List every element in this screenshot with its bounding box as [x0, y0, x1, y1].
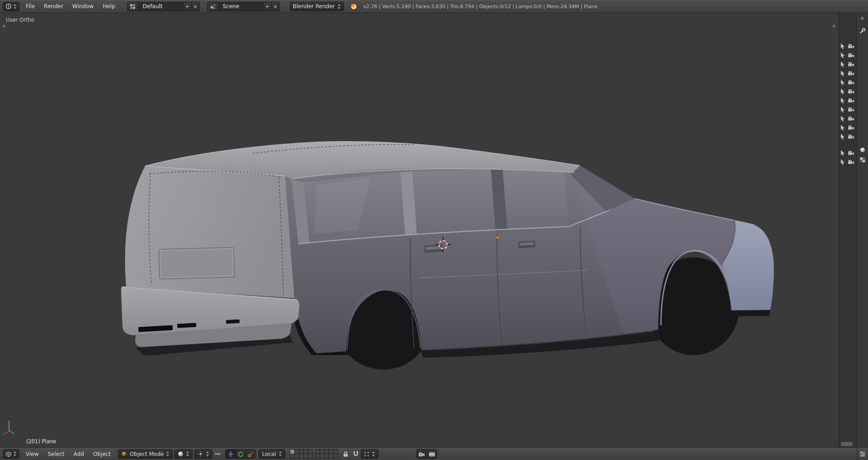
camera-icon[interactable]: [848, 44, 854, 49]
scene-widget: Scene + ×: [207, 2, 280, 11]
camera-icon[interactable]: [848, 151, 854, 156]
scene-browse-button[interactable]: [208, 2, 219, 11]
editor-type-selector-info[interactable]: [3, 2, 19, 11]
layer-cell[interactable]: [299, 450, 303, 454]
scene-statistics: v2.76 | Verts:5,190 | Faces:3,630 | Tris…: [363, 4, 598, 9]
mode-dropdown[interactable]: Object Mode: [118, 449, 173, 459]
pointer-icon[interactable]: [840, 88, 846, 95]
layer-cell[interactable]: [334, 454, 338, 458]
menu-file[interactable]: File: [21, 0, 39, 13]
pointer-icon[interactable]: [840, 124, 846, 131]
screen-layout-add-button[interactable]: +: [183, 2, 191, 11]
manipulator-scale-toggle[interactable]: [245, 450, 255, 459]
layer-cell[interactable]: [316, 450, 320, 454]
layer-cell[interactable]: [334, 450, 338, 454]
outliner-row: [840, 105, 854, 114]
scene-close-button[interactable]: ×: [271, 2, 279, 11]
layer-cell[interactable]: [320, 450, 324, 454]
manipulator-translate-toggle[interactable]: [226, 450, 236, 459]
render-engine-dropdown[interactable]: Blender Render: [290, 2, 344, 11]
plus-icon[interactable]: +: [860, 15, 865, 22]
manipulator-rotate-toggle[interactable]: [236, 450, 245, 459]
screen-layout-close-button[interactable]: ×: [191, 2, 199, 11]
pointer-icon[interactable]: [840, 115, 846, 122]
menu-add[interactable]: Add: [69, 448, 89, 460]
layer-cell[interactable]: [304, 450, 308, 454]
layer-cell[interactable]: [295, 454, 299, 458]
pointer-icon[interactable]: [840, 150, 846, 156]
properties-editor-header[interactable]: [857, 447, 868, 460]
camera-icon[interactable]: [848, 53, 854, 58]
menu-window[interactable]: Window: [68, 0, 98, 13]
layer-cell[interactable]: [290, 450, 294, 454]
outliner-row: [840, 96, 854, 105]
properties-panel[interactable]: +: [856, 13, 868, 447]
shading-solid-icon: [178, 451, 184, 457]
pointer-icon[interactable]: [840, 133, 846, 140]
pivot-point-dropdown[interactable]: [194, 449, 212, 459]
3d-viewport[interactable]: User Ortho + + (201) Plane: [0, 13, 839, 447]
pointer-icon[interactable]: [840, 43, 846, 50]
outliner-panel[interactable]: [839, 13, 856, 447]
wrench-icon[interactable]: [859, 28, 866, 34]
expand-region-icon[interactable]: +: [1, 24, 6, 28]
layer-cell[interactable]: [308, 454, 312, 458]
layer-cell[interactable]: [325, 454, 329, 458]
camera-icon[interactable]: [848, 80, 854, 85]
camera-icon[interactable]: [848, 160, 854, 165]
pointer-icon[interactable]: [840, 61, 846, 68]
pivot-align-toggle[interactable]: [212, 449, 222, 459]
menu-help[interactable]: Help: [98, 0, 119, 13]
menu-render[interactable]: Render: [39, 0, 68, 13]
camera-icon[interactable]: [848, 89, 854, 94]
layer-cell[interactable]: [304, 454, 308, 458]
layer-cell[interactable]: [320, 454, 324, 458]
layer-cell[interactable]: [329, 454, 333, 458]
expand-region-icon[interactable]: +: [831, 24, 836, 28]
menu-select[interactable]: Select: [43, 448, 69, 460]
scene-name[interactable]: Scene: [219, 2, 263, 11]
scene-add-button[interactable]: +: [263, 2, 271, 11]
layer-cell[interactable]: [316, 454, 320, 458]
screen-layout-widget: Default + ×: [127, 2, 200, 11]
editor-type-selector-3dview[interactable]: [3, 449, 19, 459]
pointer-icon[interactable]: [840, 70, 846, 77]
material-icon[interactable]: [859, 147, 865, 153]
layer-cell[interactable]: [308, 450, 312, 454]
layer-cell[interactable]: [295, 450, 299, 454]
texture-icon[interactable]: [859, 157, 865, 163]
pointer-icon[interactable]: [840, 97, 846, 104]
pivot-median-icon: [198, 451, 203, 457]
camera-icon[interactable]: [848, 62, 854, 67]
outliner-header-icon[interactable]: [841, 442, 853, 446]
screen-layout-name[interactable]: Default: [139, 2, 183, 11]
screen-layout-browse-button[interactable]: [127, 2, 139, 11]
pointer-icon[interactable]: [840, 159, 846, 166]
layer-group-2: [315, 449, 338, 459]
layer-cell[interactable]: [325, 450, 329, 454]
snap-toggle[interactable]: [351, 449, 361, 459]
camera-icon[interactable]: [848, 107, 854, 112]
pointer-icon[interactable]: [840, 52, 846, 59]
snap-element-dropdown[interactable]: [361, 449, 378, 459]
layer-cell[interactable]: [290, 454, 294, 458]
transform-orientation-dropdown[interactable]: Local: [259, 449, 285, 459]
menu-view[interactable]: View: [21, 448, 43, 460]
camera-icon[interactable]: [848, 134, 854, 139]
pointer-icon[interactable]: [840, 79, 846, 86]
pointer-icon[interactable]: [840, 106, 846, 113]
viewport-shading-dropdown[interactable]: [175, 449, 193, 459]
opengl-render-image-button[interactable]: [417, 450, 427, 459]
layer-cell[interactable]: [299, 454, 303, 458]
car-model[interactable]: [121, 142, 774, 370]
opengl-render-anim-button[interactable]: [427, 450, 437, 459]
camera-icon[interactable]: [848, 116, 854, 121]
menu-object[interactable]: Object: [89, 448, 115, 460]
camera-icon[interactable]: [848, 125, 854, 130]
scene-lock-toggle[interactable]: [341, 449, 351, 459]
outliner-row: [840, 123, 854, 132]
camera-icon[interactable]: [848, 98, 854, 103]
layer-cell[interactable]: [329, 450, 333, 454]
outliner-row: [840, 114, 854, 123]
camera-icon[interactable]: [848, 71, 854, 76]
